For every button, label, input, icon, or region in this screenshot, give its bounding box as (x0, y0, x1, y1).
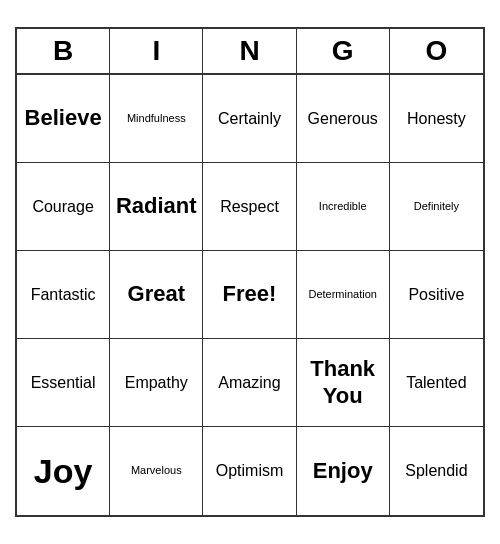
cell-r4-c1: Marvelous (110, 427, 203, 515)
cell-text-r0-c3: Generous (308, 109, 378, 128)
cell-text-r0-c1: Mindfulness (127, 112, 186, 125)
cell-r0-c3: Generous (297, 75, 390, 163)
cell-text-r1-c1: Radiant (116, 193, 197, 219)
cell-r3-c0: Essential (17, 339, 110, 427)
cell-text-r2-c3: Determination (308, 288, 376, 301)
cell-text-r3-c2: Amazing (218, 373, 280, 392)
cell-text-r3-c0: Essential (31, 373, 96, 392)
cell-text-r3-c3: Thank You (301, 356, 385, 409)
cell-r1-c2: Respect (203, 163, 296, 251)
cell-text-r0-c2: Certainly (218, 109, 281, 128)
cell-text-r2-c4: Positive (408, 285, 464, 304)
cell-r4-c2: Optimism (203, 427, 296, 515)
cell-r1-c3: Incredible (297, 163, 390, 251)
cell-text-r1-c4: Definitely (414, 200, 459, 213)
cell-r1-c4: Definitely (390, 163, 483, 251)
cell-r3-c1: Empathy (110, 339, 203, 427)
cell-r2-c1: Great (110, 251, 203, 339)
bingo-grid: BelieveMindfulnessCertainlyGenerousHones… (17, 75, 483, 515)
cell-r0-c2: Certainly (203, 75, 296, 163)
cell-r3-c4: Talented (390, 339, 483, 427)
cell-text-r3-c4: Talented (406, 373, 467, 392)
cell-r2-c0: Fantastic (17, 251, 110, 339)
cell-r1-c0: Courage (17, 163, 110, 251)
cell-text-r3-c1: Empathy (125, 373, 188, 392)
cell-text-r4-c2: Optimism (216, 461, 284, 480)
header-letter-I: I (110, 29, 203, 73)
cell-r0-c4: Honesty (390, 75, 483, 163)
cell-text-r4-c4: Splendid (405, 461, 467, 480)
cell-r2-c3: Determination (297, 251, 390, 339)
header-letter-G: G (297, 29, 390, 73)
cell-text-r2-c0: Fantastic (31, 285, 96, 304)
cell-text-r2-c1: Great (128, 281, 185, 307)
cell-r2-c4: Positive (390, 251, 483, 339)
header-letter-N: N (203, 29, 296, 73)
header-letter-B: B (17, 29, 110, 73)
cell-text-r4-c1: Marvelous (131, 464, 182, 477)
cell-r4-c0: Joy (17, 427, 110, 515)
cell-r0-c1: Mindfulness (110, 75, 203, 163)
bingo-header: BINGO (17, 29, 483, 75)
cell-r3-c3: Thank You (297, 339, 390, 427)
cell-text-r0-c0: Believe (25, 105, 102, 131)
cell-text-r0-c4: Honesty (407, 109, 466, 128)
cell-text-r1-c0: Courage (32, 197, 93, 216)
cell-r4-c3: Enjoy (297, 427, 390, 515)
cell-text-r4-c3: Enjoy (313, 458, 373, 484)
cell-text-r1-c3: Incredible (319, 200, 367, 213)
cell-text-r2-c2: Free! (223, 281, 277, 307)
cell-r3-c2: Amazing (203, 339, 296, 427)
cell-r2-c2: Free! (203, 251, 296, 339)
cell-r1-c1: Radiant (110, 163, 203, 251)
bingo-card: BINGO BelieveMindfulnessCertainlyGenerou… (15, 27, 485, 517)
header-letter-O: O (390, 29, 483, 73)
cell-text-r4-c0: Joy (34, 451, 93, 492)
cell-text-r1-c2: Respect (220, 197, 279, 216)
cell-r0-c0: Believe (17, 75, 110, 163)
cell-r4-c4: Splendid (390, 427, 483, 515)
